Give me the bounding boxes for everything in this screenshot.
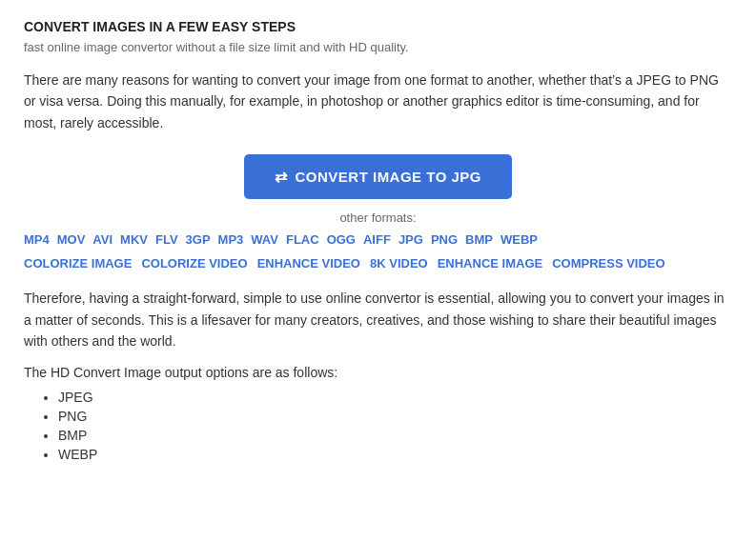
format-link-3gp[interactable]: 3GP — [186, 232, 211, 247]
page-title: CONVERT IMAGES IN A FEW EASY STEPS — [24, 19, 732, 34]
feature-link-colorize-video[interactable]: COLORIZE VIDEO — [141, 256, 247, 270]
output-label: The HD Convert Image output options are … — [24, 365, 732, 380]
format-link-jpg[interactable]: JPG — [398, 232, 423, 247]
feature-link-compress-video[interactable]: COMPRESS VIDEO — [552, 256, 664, 270]
format-link-flv[interactable]: FLV — [155, 232, 178, 247]
format-link-mp4[interactable]: MP4 — [24, 232, 50, 247]
format-link-mp3[interactable]: MP3 — [218, 232, 244, 247]
convert-button-label: CONVERT IMAGE TO JPG — [295, 169, 481, 185]
convert-icon: ⇄ — [275, 168, 288, 186]
format-link-wav[interactable]: WAV — [251, 232, 278, 247]
feature-links-row: COLORIZE IMAGECOLORIZE VIDEOENHANCE VIDE… — [24, 256, 732, 270]
format-link-aiff[interactable]: AIFF — [363, 232, 391, 247]
other-formats-label: other formats: — [24, 210, 732, 225]
format-link-png[interactable]: PNG — [431, 232, 458, 247]
format-link-ogg[interactable]: OGG — [327, 232, 356, 247]
feature-link-8k-video[interactable]: 8K VIDEO — [370, 256, 428, 270]
feature-link-colorize-image[interactable]: COLORIZE IMAGE — [24, 256, 132, 270]
convert-image-button[interactable]: ⇄ CONVERT IMAGE TO JPG — [244, 154, 512, 199]
output-list-item: BMP — [58, 428, 732, 443]
convert-button-section: ⇄ CONVERT IMAGE TO JPG — [24, 154, 732, 199]
format-link-flac[interactable]: FLAC — [286, 232, 319, 247]
output-list-item: JPEG — [58, 390, 732, 405]
output-list-item: PNG — [58, 409, 732, 424]
format-link-mov[interactable]: MOV — [57, 232, 86, 247]
format-link-avi[interactable]: AVI — [92, 232, 112, 247]
body-description: Therefore, having a straight-forward, si… — [24, 288, 732, 351]
feature-link-enhance-video[interactable]: ENHANCE VIDEO — [257, 256, 360, 270]
format-links-row: MP4MOVAVIMKVFLV3GPMP3WAVFLACOGGAIFFJPGPN… — [24, 232, 732, 247]
subtitle: fast online image convertor without a fi… — [24, 40, 732, 54]
output-list-item: WEBP — [58, 447, 732, 462]
intro-description: There are many reasons for wanting to co… — [24, 70, 732, 133]
format-link-webp[interactable]: WEBP — [501, 232, 538, 247]
output-list: JPEGPNGBMPWEBP — [24, 390, 732, 462]
feature-link-enhance-image[interactable]: ENHANCE IMAGE — [438, 256, 543, 270]
format-link-mkv[interactable]: MKV — [120, 232, 148, 247]
format-link-bmp[interactable]: BMP — [465, 232, 493, 247]
